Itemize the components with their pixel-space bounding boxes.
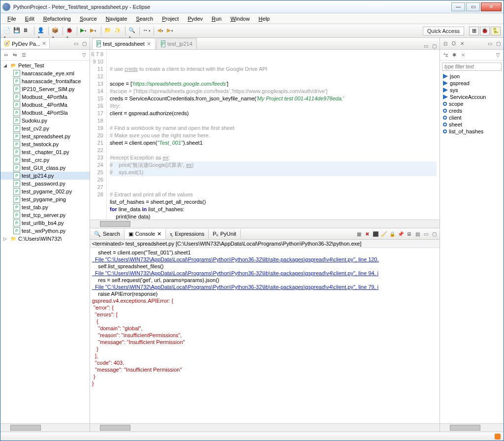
pydev-perspective-button[interactable]: 🐍 (491, 27, 501, 35)
file-item[interactable]: Ptest._chapter_01.py (0, 148, 90, 156)
close-icon[interactable]: ✕ (147, 41, 151, 47)
file-item[interactable]: Ptest._password.py (0, 180, 90, 188)
minimize-view-icon[interactable]: ▭ (422, 230, 429, 237)
box-icon[interactable]: 📦 (52, 27, 60, 35)
close-icon[interactable]: ✕ (157, 231, 161, 237)
save-icon[interactable]: 💾 (13, 27, 21, 35)
clear-icon[interactable]: 🧹 (380, 230, 387, 237)
menu-icon[interactable]: ▽ (495, 52, 502, 59)
menu-project[interactable]: Project (158, 15, 183, 23)
menu-run[interactable]: Run (208, 15, 225, 23)
sidebar-hscrollbar[interactable] (0, 423, 90, 432)
menu-window[interactable]: Window (226, 15, 253, 23)
maximize-view-icon[interactable]: ▢ (431, 42, 438, 49)
outline-item[interactable]: creds (440, 107, 504, 114)
outline-item[interactable]: json (440, 73, 504, 80)
tab-pyunit[interactable]: PᵤPyUnit (209, 229, 241, 239)
editor-tab[interactable]: Ptest_jp214 (157, 38, 197, 49)
file-item[interactable]: Ptest_cv2.py (0, 125, 90, 132)
file-item[interactable]: Ptest_spreadsheet.py (0, 132, 90, 140)
file-item[interactable]: Ptest_pygame_002.py (0, 188, 90, 195)
file-item[interactable]: Ptest._crc.py (0, 156, 90, 164)
outline-item[interactable]: ServiceAccoun (440, 94, 504, 100)
outline-item[interactable]: sheet (440, 121, 504, 128)
user-icon[interactable]: 👤 (37, 27, 45, 35)
new-icon[interactable]: 📄 (3, 27, 11, 35)
filter-icon[interactable]: ☰ (20, 52, 27, 59)
menu-refactoring[interactable]: Refactoring (39, 15, 75, 23)
debug-perspective-button[interactable]: 🐞 (480, 27, 490, 35)
collapse-icon[interactable]: ⇔ (2, 52, 9, 59)
code-editor[interactable]: 6 7 8 9 10 11 12 13 14 15 16 17 18 19 20… (90, 50, 440, 220)
outline-o-icon[interactable]: O (450, 40, 457, 47)
outline-filter[interactable] (442, 63, 502, 71)
outline-item[interactable]: gspread (440, 80, 504, 87)
maximize-view-icon[interactable]: ▢ (81, 40, 88, 47)
link-icon[interactable]: ⇆ (11, 52, 18, 59)
wand-icon[interactable]: ✨ (114, 27, 122, 35)
rss-icon[interactable] (495, 434, 501, 440)
back-icon[interactable]: ◀ (157, 27, 165, 35)
project-tree[interactable]: ◢📂Peter_TestPhaarcascade_eye.xmlPhaarcas… (0, 61, 90, 423)
maximize-view-icon[interactable]: ▢ (495, 40, 502, 47)
file-item[interactable]: Ptest_jp214.py (0, 172, 90, 180)
menu-icon[interactable]: ▽ (81, 52, 88, 59)
minimize-view-icon[interactable]: ▭ (422, 42, 429, 49)
editor-tab[interactable]: Ptest_spreadsheet✕ (92, 38, 156, 49)
nav-icon[interactable]: ↔ (143, 27, 151, 35)
file-item[interactable]: Phaarcascade_frontalface (0, 77, 90, 85)
outline-icon[interactable]: ⊡ (442, 40, 449, 47)
minimize-button[interactable]: — (451, 2, 465, 11)
editor-hscrollbar[interactable] (90, 220, 440, 228)
quick-access[interactable]: Quick Access (423, 27, 464, 35)
sort-icon[interactable]: ᴬᴢ (442, 52, 449, 59)
close-icon[interactable]: ✕ (42, 40, 46, 47)
file-item[interactable]: PModbust._4PortMa (0, 101, 90, 109)
file-item[interactable]: PModbust._4PortSla (0, 109, 90, 117)
remove-all-icon[interactable]: ✖ (364, 230, 371, 237)
file-item[interactable]: Ptest_pygame_ping (0, 195, 90, 203)
remove-icon[interactable]: ▦ (355, 230, 362, 237)
display-icon[interactable]: 🖥 (406, 230, 412, 237)
file-item[interactable]: Ptest_urllib_bs4.py (0, 219, 90, 227)
open-perspective-button[interactable]: ⊞ (469, 27, 479, 35)
outline-item[interactable]: list_of_hashes (440, 128, 504, 135)
maximize-button[interactable]: ▭ (466, 2, 480, 11)
outline-hscrollbar[interactable] (440, 423, 504, 432)
expand-icon[interactable]: ✱ (451, 52, 458, 59)
forward-icon[interactable]: ▶ (167, 27, 175, 35)
code-content[interactable]: # use creds to create a client to intera… (107, 50, 440, 220)
menu-search[interactable]: Search (132, 15, 157, 23)
minimize-view-icon[interactable]: ▭ (486, 40, 493, 47)
console-hscrollbar[interactable] (90, 423, 440, 432)
menu-navigate[interactable]: Navigate (102, 15, 131, 23)
search-icon[interactable]: 🔍 (128, 27, 136, 35)
menu-source[interactable]: Source (76, 15, 101, 23)
folder-icon[interactable]: 📁 (104, 27, 112, 35)
outline-item[interactable]: scope (440, 100, 504, 107)
tab-expressions[interactable]: ᶍExpressions (166, 229, 209, 239)
minimize-view-icon[interactable]: ▭ (72, 40, 79, 47)
menu-edit[interactable]: Edit (21, 15, 38, 23)
file-item[interactable]: Phaarcascade_eye.xml (0, 69, 90, 77)
debug-icon[interactable]: 🐞 (66, 27, 74, 35)
tab-search[interactable]: 🔍Search (90, 229, 125, 239)
outline-item[interactable]: sys (440, 87, 504, 94)
close-button[interactable]: ✕ (481, 2, 502, 11)
console-output[interactable]: sheet = client.open("Test_001").sheet1 F… (90, 248, 440, 423)
terminate-icon[interactable]: ⬛ (372, 230, 379, 237)
project-root[interactable]: ◢📂Peter_Test (0, 62, 90, 69)
menu-file[interactable]: File (3, 15, 20, 23)
open-console-icon[interactable]: ▤ (414, 230, 421, 237)
outline-list[interactable]: jsongspreadsysServiceAccounscopecredscli… (440, 73, 504, 135)
menu-pydev[interactable]: Pydev (184, 15, 207, 23)
file-item[interactable]: Ptest_tab.py (0, 203, 90, 211)
run-icon[interactable]: ▶ (80, 27, 88, 35)
file-item[interactable]: Ptest_tcp_server.py (0, 211, 90, 219)
file-item[interactable]: PModbust._4PortMa (0, 93, 90, 101)
file-item[interactable]: PSudoku.py (0, 117, 90, 125)
menu-help[interactable]: Help (254, 15, 274, 23)
outline-item[interactable]: client (440, 114, 504, 121)
file-item[interactable]: Ptest._wxPython.py (0, 227, 90, 235)
pydev-explorer-tab[interactable]: 🧭 PyDev Pa... ✕ (0, 39, 50, 48)
